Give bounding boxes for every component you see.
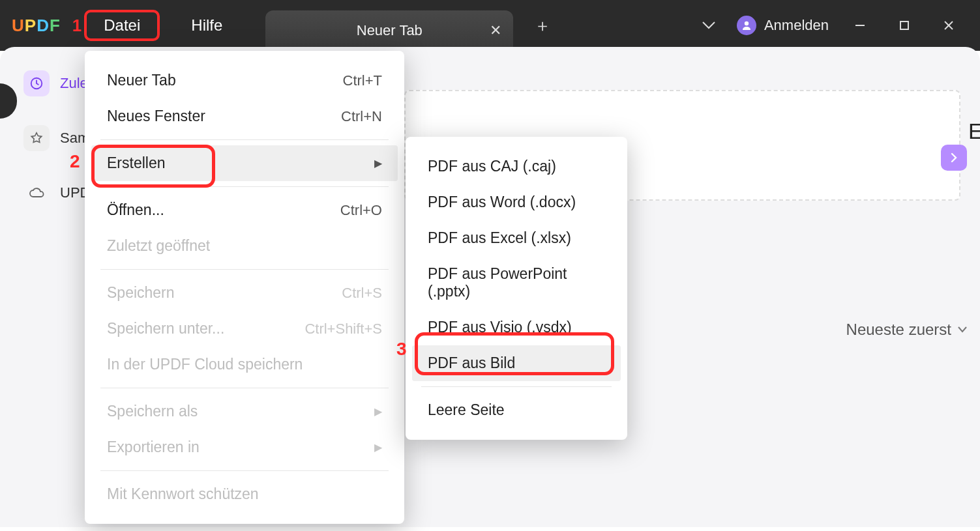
sidebar-item-cloud[interactable]: UPD xyxy=(23,180,91,206)
file-menu-item[interactable]: Neues FensterCtrl+N xyxy=(91,98,398,134)
menu-file[interactable]: Datei xyxy=(84,10,160,41)
file-menu-item: Zuletzt geöffnet xyxy=(91,228,398,264)
file-menu-item-label: Speichern unter... xyxy=(107,320,224,337)
svg-point-0 xyxy=(745,22,749,25)
menu-file-label: Datei xyxy=(104,16,140,35)
clock-icon xyxy=(23,70,50,96)
annotation-1: 1 xyxy=(72,16,82,36)
file-menu: Neuer TabCtrl+TNeues FensterCtrl+NErstel… xyxy=(85,51,404,524)
file-menu-item-label: Speichern als xyxy=(107,403,198,420)
tab-new[interactable]: Neuer Tab ✕ xyxy=(265,10,513,51)
file-menu-item[interactable]: Öffnen...Ctrl+O xyxy=(91,192,398,228)
file-menu-item-label: Neues Fenster xyxy=(107,108,205,125)
create-submenu-item[interactable]: PDF aus Bild xyxy=(412,345,621,381)
cloud-icon xyxy=(23,180,50,206)
menu-shortcut: Ctrl+Shift+S xyxy=(304,321,382,337)
tab-title: Neuer Tab xyxy=(357,22,423,39)
chevron-right-icon: ▶ xyxy=(374,405,382,418)
star-icon xyxy=(23,125,50,151)
account-label: Anmelden xyxy=(764,17,829,34)
file-menu-item-label: Mit Kennwort schützen xyxy=(107,485,259,503)
file-menu-item-label: Öffnen... xyxy=(107,201,164,219)
file-menu-item-label: Exportieren in xyxy=(107,438,200,456)
menu-shortcut: Ctrl+O xyxy=(340,202,382,219)
file-menu-item: Mit Kennwort schützen xyxy=(91,476,398,512)
menu-shortcut: Ctrl+T xyxy=(343,72,383,89)
file-menu-item-label: Speichern xyxy=(107,284,175,302)
file-menu-separator xyxy=(100,269,389,270)
sidebar-item-label: Zule xyxy=(60,75,88,92)
file-menu-item-label: Zuletzt geöffnet xyxy=(107,237,210,255)
annotation-3: 3 xyxy=(396,339,407,360)
file-menu-separator xyxy=(100,388,389,388)
avatar-icon xyxy=(737,16,756,35)
create-submenu-item-label: PDF aus CAJ (.caj) xyxy=(428,158,556,175)
sort-label: Neueste zuerst xyxy=(846,321,951,339)
file-menu-item: Speichern unter...Ctrl+Shift+S xyxy=(91,311,398,347)
create-submenu-separator xyxy=(421,386,612,387)
svg-rect-2 xyxy=(900,22,908,29)
sidebar-item-recent[interactable]: Zule xyxy=(23,70,91,96)
annotation-2: 2 xyxy=(70,151,80,172)
create-submenu-item[interactable]: Leere Seite xyxy=(412,392,621,428)
file-menu-item-label: In der UPDF Cloud speichern xyxy=(107,356,303,373)
menu-shortcut: Ctrl+N xyxy=(341,108,382,125)
file-menu-item-label: Erstellen xyxy=(107,154,165,172)
create-submenu-item[interactable]: PDF aus CAJ (.caj) xyxy=(412,149,621,184)
title-bar-right: Anmelden xyxy=(694,0,980,51)
menu-help-label: Hilfe xyxy=(191,16,222,35)
create-submenu-item-label: PDF aus Excel (.xlsx) xyxy=(428,229,571,247)
window-close-button[interactable] xyxy=(930,10,967,40)
content-right: Neueste zuerst xyxy=(752,145,967,339)
create-submenu-item[interactable]: PDF aus Excel (.xlsx) xyxy=(412,220,621,256)
create-submenu-item-label: PDF aus Bild xyxy=(428,354,515,372)
file-menu-item-label: Neuer Tab xyxy=(107,72,176,89)
create-submenu-item[interactable]: PDF aus Visio (.vsdx) xyxy=(412,309,621,345)
new-tab-button[interactable]: ＋ xyxy=(527,10,557,40)
create-submenu-item[interactable]: PDF aus Word (.docx) xyxy=(412,184,621,220)
file-menu-item: SpeichernCtrl+S xyxy=(91,275,398,311)
create-submenu: PDF aus CAJ (.caj)PDF aus Word (.docx)PD… xyxy=(406,137,627,440)
close-icon[interactable]: ✕ xyxy=(490,22,501,39)
chevron-right-icon: ▶ xyxy=(374,441,382,453)
sidebar-item-collections[interactable]: Sam xyxy=(23,125,91,151)
create-submenu-item-label: PDF aus PowerPoint (.pptx) xyxy=(428,265,605,300)
file-menu-item: Speichern als▶ xyxy=(91,394,398,429)
menu-help[interactable]: Hilfe xyxy=(174,12,239,38)
create-submenu-item-label: Leere Seite xyxy=(428,401,505,419)
account-button[interactable]: Anmelden xyxy=(732,16,834,35)
file-menu-separator xyxy=(100,186,389,187)
chevron-right-icon: ▶ xyxy=(374,157,382,169)
more-button[interactable] xyxy=(941,145,967,171)
caret-down-icon xyxy=(958,326,967,333)
window-maximize-button[interactable] xyxy=(886,10,923,40)
create-submenu-item-label: PDF aus Visio (.vsdx) xyxy=(428,319,572,336)
file-menu-item: In der UPDF Cloud speichern xyxy=(91,347,398,382)
file-menu-item[interactable]: Neuer TabCtrl+T xyxy=(91,63,398,98)
sort-dropdown[interactable]: Neueste zuerst xyxy=(752,321,967,339)
menu-shortcut: Ctrl+S xyxy=(342,285,382,302)
file-menu-separator xyxy=(100,139,389,140)
create-submenu-item-label: PDF aus Word (.docx) xyxy=(428,194,576,211)
window-minimize-button[interactable] xyxy=(842,10,878,40)
file-menu-item[interactable]: Erstellen▶ xyxy=(91,145,398,181)
file-menu-item: Exportieren in▶ xyxy=(91,429,398,465)
create-submenu-item[interactable]: PDF aus PowerPoint (.pptx) xyxy=(412,256,621,309)
chevron-down-icon[interactable] xyxy=(694,10,724,40)
sidebar: Zule Sam UPD xyxy=(0,47,91,527)
app-logo: UPDF xyxy=(0,0,72,51)
file-menu-separator xyxy=(100,470,389,471)
cropped-header-letter: E xyxy=(968,119,980,144)
title-bar: UPDF 1 Datei Hilfe Neuer Tab ✕ ＋ Anmelde… xyxy=(0,0,980,51)
